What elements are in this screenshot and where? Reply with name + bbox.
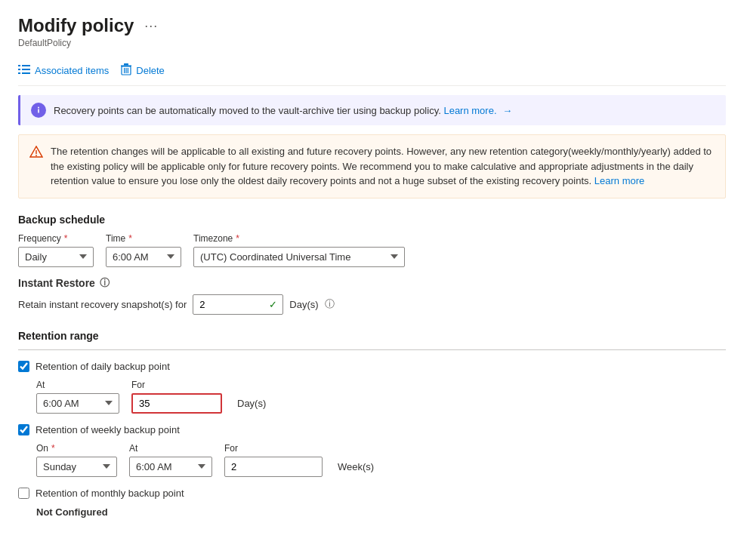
instant-restore-unit: Day(s) <box>289 299 318 310</box>
instant-restore-row: Retain instant recovery snapshot(s) for … <box>18 294 726 315</box>
monthly-checkbox[interactable] <box>18 488 29 499</box>
backup-schedule-form: Frequency * Daily Weekly Time * 6:00 AM … <box>18 233 726 267</box>
svg-rect-11 <box>124 63 128 66</box>
delete-label: Delete <box>136 65 165 76</box>
retention-range-section: Retention range Retention of daily backu… <box>18 330 726 518</box>
svg-rect-1 <box>22 65 30 66</box>
instant-restore-title: Instant Restore <box>18 277 95 289</box>
weekly-on-select[interactable]: Sunday Monday Tuesday Wednesday Thursday… <box>36 457 117 477</box>
retention-range-title: Retention range <box>18 330 726 342</box>
weekly-on-label: On * <box>36 443 117 454</box>
page-subtitle: DefaultPolicy <box>18 38 726 48</box>
svg-point-16 <box>36 155 37 156</box>
daily-for-group: For <box>131 380 222 414</box>
daily-unit-label: Day(s) <box>237 398 266 409</box>
instant-restore-label: Retain instant recovery snapshot(s) for <box>18 299 187 310</box>
warning-learn-more-link[interactable]: Learn more <box>594 175 644 186</box>
weekly-for-label: For <box>224 443 323 454</box>
weekly-unit-label: Week(s) <box>338 461 374 472</box>
weekly-sub-form: On * Sunday Monday Tuesday Wednesday Thu… <box>36 443 726 477</box>
daily-for-input[interactable] <box>131 393 222 414</box>
instant-restore-info-icon: ⓘ <box>100 276 110 290</box>
svg-rect-4 <box>18 72 20 74</box>
delete-button[interactable]: Delete <box>121 60 165 81</box>
days-info-icon: ⓘ <box>325 297 335 311</box>
svg-rect-5 <box>22 72 30 74</box>
monthly-checkbox-label: Retention of monthly backup point <box>36 488 184 499</box>
checkmark-icon: ✓ <box>269 299 277 310</box>
weekly-form-row: On * Sunday Monday Tuesday Wednesday Thu… <box>36 443 726 477</box>
frequency-select[interactable]: Daily Weekly <box>18 247 94 267</box>
weekly-checkbox[interactable] <box>18 424 29 435</box>
toolbar: Associated items Delete <box>18 56 726 86</box>
weekly-at-select[interactable]: 6:00 AM <box>129 457 212 477</box>
svg-rect-0 <box>18 65 20 66</box>
svg-rect-3 <box>22 69 30 70</box>
timezone-required: * <box>236 233 239 244</box>
daily-for-label: For <box>131 380 222 390</box>
arrow-icon: → <box>502 105 512 116</box>
warning-text: The retention changes will be applicable… <box>51 144 715 189</box>
instant-restore-input-wrapper: ✓ <box>193 294 283 315</box>
ellipsis-menu-button[interactable]: ··· <box>140 17 162 35</box>
svg-rect-13 <box>38 109 39 113</box>
archive-tier-banner: Recovery points can be automatically mov… <box>18 95 726 125</box>
timezone-label: Timezone * <box>193 233 405 244</box>
weekly-checkbox-row: Retention of weekly backup point <box>18 424 726 435</box>
delete-icon <box>121 63 131 78</box>
weekly-for-group: For <box>224 443 323 477</box>
page-header: Modify policy ··· DefaultPolicy <box>18 15 726 48</box>
svg-rect-10 <box>121 66 131 67</box>
daily-at-select[interactable]: 6:00 AM <box>36 393 119 414</box>
weekly-for-input[interactable] <box>224 457 323 477</box>
daily-form-row: At 6:00 AM For Day(s) <box>36 380 726 414</box>
svg-rect-15 <box>36 150 36 154</box>
timezone-group: Timezone * (UTC) Coordinated Universal T… <box>193 233 405 267</box>
retention-divider <box>18 349 726 350</box>
associated-items-button[interactable]: Associated items <box>18 61 109 80</box>
frequency-required: * <box>64 233 68 244</box>
time-required: * <box>128 233 132 244</box>
monthly-checkbox-row: Retention of monthly backup point <box>18 488 726 499</box>
frequency-label: Frequency * <box>18 233 94 244</box>
weekly-on-required: * <box>51 443 55 454</box>
frequency-group: Frequency * Daily Weekly <box>18 233 94 267</box>
daily-checkbox[interactable] <box>18 361 29 372</box>
associated-items-label: Associated items <box>35 65 109 76</box>
learn-more-link[interactable]: Learn more. <box>443 105 496 116</box>
weekly-on-group: On * Sunday Monday Tuesday Wednesday Thu… <box>36 443 117 477</box>
time-label: Time * <box>106 233 181 244</box>
info-circle-icon <box>31 103 46 118</box>
daily-sub-form: At 6:00 AM For Day(s) <box>36 380 726 414</box>
svg-rect-9 <box>128 68 128 73</box>
list-icon <box>18 64 30 77</box>
time-select[interactable]: 6:00 AM 12:00 PM 6:00 PM <box>106 247 181 267</box>
instant-restore-section: Instant Restore ⓘ Retain instant recover… <box>18 276 726 315</box>
weekly-checkbox-label: Retention of weekly backup point <box>36 424 180 435</box>
svg-point-14 <box>38 107 39 109</box>
page-title: Modify policy <box>18 15 134 36</box>
weekly-at-group: At 6:00 AM <box>129 443 212 477</box>
daily-checkbox-row: Retention of daily backup point <box>18 361 726 372</box>
warning-triangle-icon <box>29 145 43 163</box>
banner-text: Recovery points can be automatically mov… <box>54 105 512 116</box>
weekly-at-label: At <box>129 443 212 454</box>
daily-checkbox-label: Retention of daily backup point <box>36 361 170 372</box>
daily-at-group: At 6:00 AM <box>36 380 119 414</box>
time-group: Time * 6:00 AM 12:00 PM 6:00 PM <box>106 233 181 267</box>
svg-rect-2 <box>18 69 20 70</box>
svg-rect-8 <box>126 68 127 73</box>
backup-schedule-title: Backup schedule <box>18 214 726 226</box>
daily-at-label: At <box>36 380 119 390</box>
timezone-select[interactable]: (UTC) Coordinated Universal Time (UTC-05… <box>193 247 405 267</box>
retention-warning-banner: The retention changes will be applicable… <box>18 134 726 198</box>
svg-rect-7 <box>124 68 125 73</box>
monthly-not-configured: Not Configured <box>36 506 726 518</box>
